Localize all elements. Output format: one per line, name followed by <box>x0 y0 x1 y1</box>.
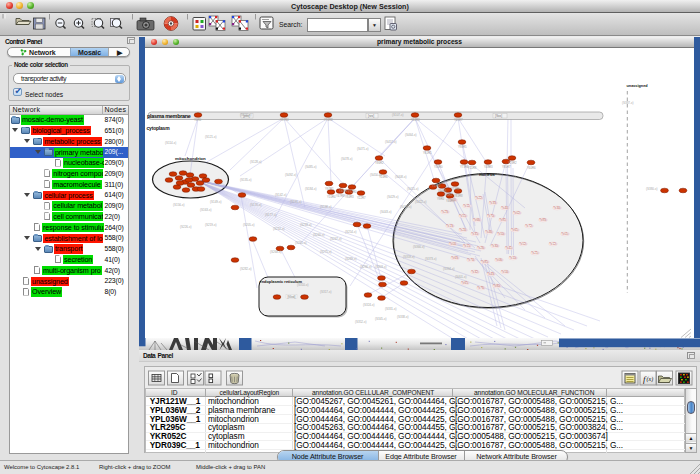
svg-text:(S170-x): (S170-x) <box>250 203 262 207</box>
svg-text:Y12R3: Y12R3 <box>411 118 420 122</box>
svg-text:Yx21c: Yx21c <box>531 251 539 255</box>
svg-text:(S128-x): (S128-x) <box>250 160 262 164</box>
svg-text:Yx70c: Yx70c <box>487 214 495 218</box>
svg-text:Y0R0: Y0R0 <box>194 118 201 122</box>
svg-text:(S247-x): (S247-x) <box>330 237 342 241</box>
svg-text:(S331-x): (S331-x) <box>385 307 397 311</box>
svg-text:Yx50c: Yx50c <box>497 232 505 236</box>
svg-text:Yx15c: Yx15c <box>463 244 471 248</box>
svg-text:(S212-x): (S212-x) <box>273 227 285 231</box>
svg-text:Yx52c: Yx52c <box>519 242 527 246</box>
svg-text:Yx30c: Yx30c <box>491 244 499 248</box>
svg-text:(S100-x): (S100-x) <box>240 113 252 117</box>
svg-text:(x): (x) <box>646 375 653 382</box>
svg-text:[Sxx]: [Sxx] <box>495 114 502 118</box>
svg-text:Yx01c: Yx01c <box>561 232 569 236</box>
svg-text:plasma membrane: plasma membrane <box>147 112 191 118</box>
svg-text:Yx63c: Yx63c <box>451 256 459 260</box>
svg-text:Y23R2: Y23R2 <box>508 161 517 165</box>
svg-text:Y49R7: Y49R7 <box>454 118 463 122</box>
svg-text:(S338-x): (S338-x) <box>397 315 409 319</box>
svg-text:(S198-x): (S198-x) <box>320 205 332 209</box>
svg-text:Y86R2: Y86R2 <box>375 161 384 165</box>
svg-text:Y35R5: Y35R5 <box>339 188 348 192</box>
svg-text:(S254-x): (S254-x) <box>345 230 357 234</box>
svg-text:Y22R7: Y22R7 <box>357 196 366 200</box>
svg-text:Y11R8: Y11R8 <box>468 165 477 169</box>
svg-text:Y59R2: Y59R2 <box>432 183 441 187</box>
svg-text:cytoplasm: cytoplasm <box>147 125 171 131</box>
svg-text:Y61R1: Y61R1 <box>423 151 432 155</box>
svg-text:(S359-x): (S359-x) <box>403 255 415 259</box>
svg-text:(S205-x): (S205-x) <box>243 223 255 227</box>
svg-text:Yx46c: Yx46c <box>485 230 493 234</box>
svg-text:Yx22c: Yx22c <box>475 196 483 200</box>
svg-text:Yx66c: Yx66c <box>473 218 481 222</box>
svg-text:Y84R3: Y84R3 <box>345 195 354 199</box>
svg-text:Yx65c: Yx65c <box>461 281 469 285</box>
svg-text:(S261-x): (S261-x) <box>295 241 307 245</box>
svg-text:Y72R0: Y72R0 <box>348 190 357 194</box>
svg-text:Yx12c: Yx12c <box>549 242 557 246</box>
svg-text:Y47R8: Y47R8 <box>336 194 345 198</box>
svg-text:Yx44c: Yx44c <box>501 206 509 210</box>
svg-text:Y85R7: Y85R7 <box>502 164 511 168</box>
svg-text:(S387-x): (S387-x) <box>622 101 634 105</box>
svg-text:Yx83c: Yx83c <box>539 218 547 222</box>
svg-text:(S177-x): (S177-x) <box>265 213 277 217</box>
svg-text:(S296-x): (S296-x) <box>360 265 372 269</box>
svg-text:Yx10c: Yx10c <box>509 256 517 260</box>
svg-text:Yx76c: Yx76c <box>477 286 485 290</box>
svg-text:Yx33c: Yx33c <box>489 201 497 205</box>
svg-text:(S163-x): (S163-x) <box>200 208 212 212</box>
svg-text:Y34R1: Y34R1 <box>444 193 453 197</box>
svg-text:(S471-x): (S471-x) <box>357 147 369 151</box>
svg-text:Y37R4: Y37R4 <box>280 118 289 122</box>
svg-text:Yx43c: Yx43c <box>487 272 495 276</box>
svg-text:Yx61c: Yx61c <box>511 228 519 232</box>
svg-text:Y71R5: Y71R5 <box>451 187 460 191</box>
svg-text:Yx11c: Yx11c <box>463 204 471 208</box>
svg-text:(S268-x): (S268-x) <box>270 250 282 254</box>
svg-text:Y83R8: Y83R8 <box>454 194 463 198</box>
svg-text:Y36R0: Y36R0 <box>434 165 443 169</box>
svg-text:(S114-x): (S114-x) <box>165 141 176 145</box>
svg-text:Y97R1: Y97R1 <box>325 186 334 190</box>
svg-text:(S226-x): (S226-x) <box>180 225 192 229</box>
svg-text:endoplasmic reticulum: endoplasmic reticulum <box>260 278 303 283</box>
svg-text:Yx34c: Yx34c <box>553 206 561 210</box>
svg-text:(S457-x): (S457-x) <box>385 140 397 144</box>
svg-text:(S345-x): (S345-x) <box>375 317 387 321</box>
svg-text:Yx85c: Yx85c <box>481 260 489 264</box>
svg-text:Yx55c: Yx55c <box>459 214 467 218</box>
svg-text:(S352-x): (S352-x) <box>355 320 367 324</box>
svg-text:(S184-x): (S184-x) <box>305 187 317 191</box>
svg-text:(S135-x): (S135-x) <box>240 178 252 182</box>
svg-text:nucleus: nucleus <box>479 172 495 177</box>
svg-text:(S443-x): (S443-x) <box>380 210 392 214</box>
svg-text:Yx04c: Yx04c <box>449 242 457 246</box>
svg-text:(S394-x): (S394-x) <box>443 267 455 271</box>
svg-text:(S233-x): (S233-x) <box>300 223 312 227</box>
svg-text:(S324-x): (S324-x) <box>363 303 375 307</box>
svg-text:Yx74c: Yx74c <box>467 258 475 262</box>
svg-text:(S149-x): (S149-x) <box>210 200 222 204</box>
svg-text:(S380-x): (S380-x) <box>646 187 658 191</box>
svg-text:(S317-x): (S317-x) <box>320 290 332 294</box>
svg-text:(S373-x): (S373-x) <box>425 257 437 261</box>
svg-text:Y48R3: Y48R3 <box>484 165 493 169</box>
svg-text:(S415-x): (S415-x) <box>407 187 419 191</box>
svg-text:(S219-x): (S219-x) <box>205 223 217 227</box>
svg-text:(S492-x): (S492-x) <box>285 173 297 177</box>
svg-text:Yx24c: Yx24c <box>459 228 467 232</box>
svg-text:(S282-x): (S282-x) <box>240 267 252 271</box>
svg-text:Y46R4: Y46R4 <box>446 199 455 203</box>
svg-text:Y10R4: Y10R4 <box>327 195 336 199</box>
svg-text:Y74R8: Y74R8 <box>324 118 333 122</box>
svg-text:(S121-x): (S121-x) <box>205 135 217 139</box>
svg-text:Yx41c: Yx41c <box>505 246 513 250</box>
svg-text:Yx23c: Yx23c <box>441 210 449 214</box>
svg-text:Yx32c: Yx32c <box>471 270 479 274</box>
svg-text:(S408-x): (S408-x) <box>395 175 407 179</box>
svg-text:Yx13c: Yx13c <box>446 224 454 228</box>
